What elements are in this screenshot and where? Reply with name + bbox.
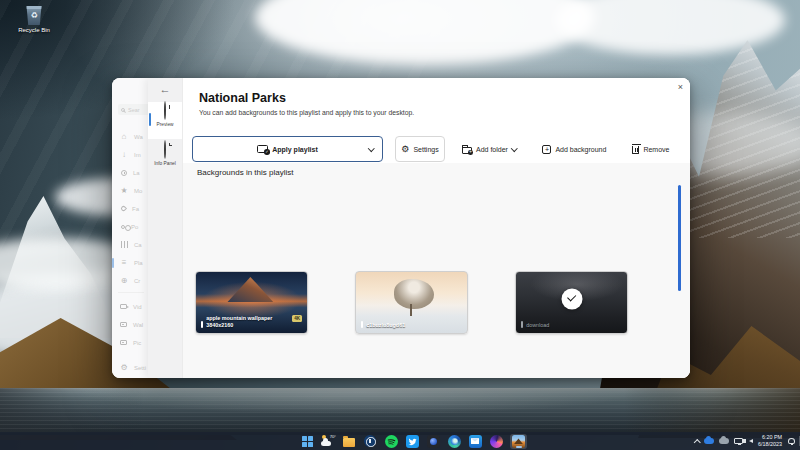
preview-icon: [164, 101, 166, 120]
background-thumbnail-snow-tree[interactable]: c1buzlu8ugd61: [355, 271, 468, 334]
add-background-button[interactable]: Add background: [533, 136, 615, 162]
wallpaper-app-button-active[interactable]: [510, 434, 527, 449]
section-title: Backgrounds in this playlist: [183, 163, 690, 177]
mail-button[interactable]: [468, 434, 482, 448]
file-explorer-button[interactable]: [342, 434, 356, 448]
tray-date: 6/18/2023: [758, 441, 782, 448]
app-sidebar-dimmed: Sear ⌂Wa ↓Im La ★Mo Fa Po Ca ≡Pla ⊕Cr Vi…: [112, 78, 148, 378]
selected-check-icon: [561, 288, 582, 309]
folder-plus-icon: [462, 147, 472, 154]
tray-time: 6:20 PM: [758, 434, 782, 441]
rail-tab-info-panel[interactable]: Info Panel: [148, 141, 182, 178]
recycle-bin-shortcut[interactable]: ♻ Recycle Bin: [12, 6, 56, 33]
clock[interactable]: 6:20 PM 6/18/2023: [758, 434, 782, 448]
dark-app-button[interactable]: [426, 434, 440, 448]
start-button[interactable]: [300, 434, 314, 448]
page-subtitle: You can add backgrounds to this playlist…: [199, 109, 690, 116]
twitter-button[interactable]: [405, 434, 419, 448]
backgrounds-panel: Backgrounds in this playlist apple mount…: [183, 163, 690, 378]
toolbar: Apply playlist ⚙ Settings Add folder: [192, 136, 678, 162]
4k-badge: 4K: [292, 315, 302, 322]
system-tray: 6:20 PM 6/18/2023: [695, 432, 795, 450]
keyhole-circle-icon: [364, 435, 377, 448]
envelope-glyph: [471, 438, 479, 444]
image-badge-icon: [201, 321, 203, 328]
dialog-header: × National Parks You can add backgrounds…: [183, 78, 690, 163]
tray-chevron-up-icon[interactable]: [694, 439, 700, 445]
cloud-status-icon[interactable]: [719, 438, 729, 444]
recycle-glyph: ♻: [26, 10, 43, 22]
thumbnail-title: c1buzlu8ugd61: [366, 322, 405, 329]
chevron-down-icon: [511, 145, 517, 151]
check-glyph: [567, 293, 576, 302]
desktop: ♻ Recycle Bin Sear ⌂Wa ↓Im La ★Mo Fa Po …: [0, 0, 800, 450]
taskbar-center: 70°: [300, 432, 527, 450]
playlist-dialog: ← Preview Info Panel × National Parks Yo…: [148, 78, 690, 378]
mail-icon: [469, 435, 482, 448]
thumbnail-title: apple mountain wallpaper: [206, 315, 272, 322]
widgets-weather-button[interactable]: 70°: [321, 434, 335, 448]
remove-button[interactable]: Remove: [623, 136, 678, 162]
page-title: National Parks: [199, 78, 690, 105]
chevron-down-icon: [368, 145, 374, 151]
spotify-icon: [385, 435, 398, 448]
background-thumbnail-download-selected[interactable]: download: [515, 271, 628, 334]
twitter-icon: [406, 435, 419, 448]
close-icon[interactable]: ×: [678, 83, 683, 92]
image-badge-icon: [361, 321, 363, 328]
folder-icon: [343, 438, 355, 447]
display-icon[interactable]: [734, 438, 743, 445]
speaker-icon[interactable]: [749, 439, 753, 443]
trash-icon: [632, 146, 639, 154]
wallpaper-app-window: Sear ⌂Wa ↓Im La ★Mo Fa Po Ca ≡Pla ⊕Cr Vi…: [112, 78, 690, 378]
back-button[interactable]: ←: [148, 83, 182, 95]
cloud-icon: [321, 441, 331, 447]
bird-glyph: [408, 437, 417, 446]
add-folder-button[interactable]: Add folder: [453, 136, 525, 162]
scrollbar[interactable]: [678, 185, 682, 291]
weather-temp: 70°: [330, 434, 336, 439]
gear-icon: ⚙: [401, 145, 409, 154]
recycle-bin-label: Recycle Bin: [12, 27, 56, 33]
dialog-rail: ← Preview Info Panel: [148, 78, 183, 378]
background-thumbnail-apple-mountain[interactable]: apple mountain wallpaper 3840x2160 4K: [195, 271, 308, 334]
windows-logo-icon: [302, 436, 313, 447]
edge-icon: [448, 435, 461, 448]
info-panel-icon: [164, 140, 166, 159]
recycle-bin-icon: ♻: [26, 6, 43, 25]
edge-button[interactable]: [447, 434, 461, 448]
thumbnail-title: download: [526, 322, 549, 329]
onepassword-button[interactable]: [363, 434, 377, 448]
image-badge-icon: [521, 321, 523, 328]
rail-tab-preview[interactable]: Preview: [148, 102, 182, 139]
purple-browser-icon: [490, 435, 503, 448]
browser-purple-button[interactable]: [489, 434, 503, 448]
modal-dim-overlay: [112, 78, 148, 378]
add-image-icon: [542, 145, 551, 154]
blue-emblem-icon: [427, 435, 440, 448]
apply-playlist-button[interactable]: Apply playlist: [192, 136, 383, 162]
spotify-button[interactable]: [384, 434, 398, 448]
settings-button[interactable]: ⚙ Settings: [395, 136, 445, 162]
taskbar: 70°: [0, 432, 800, 450]
notification-bell-icon[interactable]: [788, 438, 795, 445]
monitor-check-icon: [257, 145, 268, 153]
dialog-main: × National Parks You can add backgrounds…: [183, 78, 690, 378]
wallpaper-lake: [0, 388, 800, 435]
thumbnail-resolution: 3840x2160: [206, 322, 272, 329]
active-app-indicator: [516, 446, 522, 448]
onedrive-icon[interactable]: [704, 438, 714, 444]
